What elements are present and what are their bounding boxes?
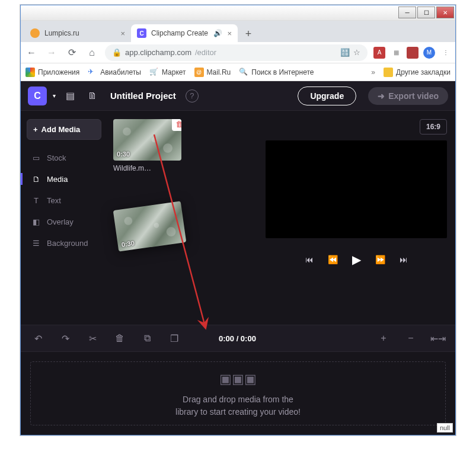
rewind-icon[interactable]: ⏪ bbox=[328, 255, 338, 264]
dragging-clip[interactable]: 0:30 bbox=[113, 201, 187, 251]
minimize-button[interactable]: ─ bbox=[398, 7, 416, 18]
extension-pdf-icon[interactable] bbox=[407, 47, 419, 59]
zoom-in-button[interactable]: + bbox=[377, 332, 390, 345]
cut-button[interactable]: ✂ bbox=[86, 332, 99, 345]
media-placeholder-icon: ▣▣▣ bbox=[219, 369, 257, 389]
tab-clipchamp[interactable]: C Clipchamp Create 🔊 × bbox=[131, 24, 238, 42]
reload-button[interactable]: ⟳ bbox=[65, 46, 79, 60]
export-button[interactable]: ➜ Export video bbox=[368, 87, 448, 105]
apps-icon bbox=[25, 68, 35, 77]
apps-shortcut[interactable]: Приложения bbox=[25, 68, 79, 77]
upgrade-button[interactable]: Upgrade bbox=[298, 87, 356, 105]
skip-start-icon[interactable]: ⏮ bbox=[305, 255, 314, 264]
plus-icon: + bbox=[33, 125, 38, 134]
duplicate-button[interactable]: ❐ bbox=[168, 332, 181, 345]
dropzone-text: library to start creating your video! bbox=[175, 406, 301, 418]
timeline-dropzone[interactable]: ▣▣▣ Drag and drop media from the library… bbox=[30, 361, 446, 425]
url-host: app.clipchamp.com bbox=[125, 48, 191, 57]
menu-icon[interactable]: ⋮ bbox=[440, 47, 452, 59]
help-icon[interactable]: ? bbox=[186, 89, 199, 103]
sidebar-item-media[interactable]: 🗋 Media bbox=[27, 169, 101, 188]
sidebar-item-text[interactable]: T Text bbox=[27, 191, 101, 210]
bookmark-icon: ✈ bbox=[88, 68, 97, 77]
profile-avatar[interactable]: M bbox=[423, 47, 435, 59]
fit-button[interactable]: ⇤⇥ bbox=[432, 332, 445, 345]
undo-button[interactable]: ↶ bbox=[31, 332, 44, 345]
stock-icon: ▭ bbox=[31, 153, 41, 162]
browser-toolbar: ← → ⟳ ⌂ 🔒 app.clipchamp.com/editor 🔠 ☆ A… bbox=[21, 42, 455, 63]
playback-controls: ⏮ ⏪ ▶ ⏩ ⏭ bbox=[266, 252, 447, 267]
preview-panel: 16:9 ⏮ ⏪ ▶ ⏩ ⏭ bbox=[266, 111, 455, 325]
sidebar-item-stock[interactable]: ▭ Stock bbox=[27, 148, 101, 167]
app-topbar: C ▾ ▤ 🗎 Untitled Project ? Upgrade ➜ Exp… bbox=[21, 81, 455, 111]
timeline-timecode: 0:00 / 0:00 bbox=[219, 334, 256, 343]
extension-abp-icon[interactable]: A bbox=[373, 47, 385, 59]
close-button[interactable]: ✕ bbox=[436, 7, 454, 18]
app-logo[interactable]: C bbox=[28, 87, 47, 105]
bookmark-item[interactable]: 🛒Маркет bbox=[149, 68, 186, 77]
video-preview[interactable] bbox=[266, 140, 447, 238]
other-bookmarks[interactable]: Другие закладки bbox=[384, 68, 451, 77]
background-icon: ☰ bbox=[31, 238, 41, 248]
back-button[interactable]: ← bbox=[24, 46, 39, 60]
media-clip[interactable]: 🗑 0:30 bbox=[113, 119, 181, 161]
aspect-ratio-button[interactable]: 16:9 bbox=[420, 119, 447, 134]
url-path: /editor bbox=[195, 48, 216, 57]
play-icon[interactable]: ▶ bbox=[352, 252, 361, 267]
extensions-area: A ▦ M ⋮ bbox=[373, 47, 452, 59]
media-panel: 🗑 0:30 Wildlife.m… 0:30 bbox=[107, 111, 266, 325]
export-icon: ➜ bbox=[378, 91, 385, 101]
forward-button[interactable]: → bbox=[44, 46, 59, 60]
home-button[interactable]: ⌂ bbox=[85, 46, 99, 60]
media-icon: 🗋 bbox=[31, 174, 41, 184]
bookmarks-bar: Приложения ✈Авиабилеты 🛒Маркет @Mail.Ru … bbox=[21, 63, 455, 81]
document-icon[interactable]: 🗎 bbox=[84, 88, 101, 104]
project-title[interactable]: Untitled Project bbox=[110, 91, 176, 101]
timeline: ▣▣▣ Drag and drop media from the library… bbox=[21, 352, 455, 435]
text-icon: T bbox=[31, 196, 41, 205]
clip-duration: 0:30 bbox=[121, 239, 135, 248]
favicon-icon bbox=[30, 28, 40, 38]
redo-button[interactable]: ↷ bbox=[59, 332, 72, 345]
new-tab-button[interactable]: + bbox=[240, 25, 257, 42]
sidebar-item-overlay[interactable]: ◧ Overlay bbox=[27, 212, 101, 231]
sidebar: + Add Media ▭ Stock 🗋 Media T Text ◧ bbox=[21, 111, 107, 325]
delete-clip-button[interactable]: 🗑 bbox=[172, 119, 181, 131]
bookmark-icon: 🛒 bbox=[149, 68, 159, 77]
tab-label: Lumpics.ru bbox=[44, 29, 79, 37]
browser-tabstrip: Lumpics.ru × C Clipchamp Create 🔊 × + bbox=[21, 21, 455, 42]
zoom-out-button[interactable]: − bbox=[404, 332, 417, 345]
bookmark-icon: 🔍 bbox=[239, 68, 248, 77]
video-library-icon[interactable]: ▤ bbox=[62, 88, 78, 104]
bookmark-item[interactable]: 🔍Поиск в Интернете bbox=[239, 68, 314, 77]
dropzone-text: Drag and drop media from the bbox=[175, 393, 301, 406]
folder-icon bbox=[384, 68, 393, 77]
tab-label: Clipchamp Create bbox=[151, 29, 208, 37]
close-tab-icon[interactable]: × bbox=[120, 29, 125, 38]
extension-icon[interactable]: ▦ bbox=[390, 47, 402, 59]
fast-forward-icon[interactable]: ⏩ bbox=[375, 255, 385, 264]
skip-end-icon[interactable]: ⏭ bbox=[400, 255, 408, 264]
bookmark-item[interactable]: @Mail.Ru bbox=[194, 68, 231, 77]
window-titlebar: ─ ☐ ✕ bbox=[21, 5, 455, 21]
bookmark-star-icon[interactable]: ☆ bbox=[353, 48, 360, 57]
favicon-icon: C bbox=[137, 28, 146, 38]
add-media-button[interactable]: + Add Media bbox=[27, 119, 101, 140]
sidebar-item-background[interactable]: ☰ Background bbox=[27, 233, 101, 252]
translate-icon[interactable]: 🔠 bbox=[340, 48, 350, 57]
lock-icon: 🔒 bbox=[112, 48, 122, 57]
copy-button[interactable]: ⧉ bbox=[140, 332, 154, 345]
address-bar[interactable]: 🔒 app.clipchamp.com/editor 🔠 ☆ bbox=[105, 44, 368, 61]
bookmark-item[interactable]: ✈Авиабилеты bbox=[88, 68, 141, 77]
overlay-icon: ◧ bbox=[31, 217, 41, 226]
audio-icon[interactable]: 🔊 bbox=[213, 29, 222, 37]
chevron-down-icon[interactable]: ▾ bbox=[53, 92, 56, 99]
clip-filename: Wildlife.m… bbox=[113, 164, 260, 172]
bookmarks-overflow[interactable]: » bbox=[371, 68, 375, 76]
null-badge: null bbox=[437, 423, 453, 433]
clip-duration: 0:30 bbox=[117, 150, 130, 158]
tab-lumpics[interactable]: Lumpics.ru × bbox=[24, 24, 131, 42]
delete-button[interactable]: 🗑 bbox=[113, 332, 126, 345]
close-tab-icon[interactable]: × bbox=[227, 29, 232, 38]
maximize-button[interactable]: ☐ bbox=[417, 7, 435, 18]
